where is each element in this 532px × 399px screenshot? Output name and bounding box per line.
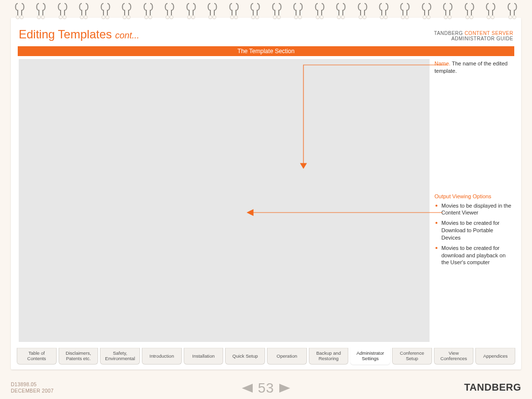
spiral-ring-icon [100,2,110,19]
svg-point-26 [295,16,298,19]
spiral-ring-icon [486,2,496,19]
svg-point-46 [508,16,512,19]
svg-point-35 [384,16,387,19]
tab-appendices[interactable]: Appendices [475,348,515,365]
tab-view-conferences[interactable]: ViewConferences [434,348,474,365]
spiral-ring-icon [465,2,474,19]
spiral-ring-icon [507,2,517,19]
svg-point-22 [252,16,255,19]
spiral-ring-icon [443,2,453,19]
list-item: Movies to be displayed in the Content Vi… [434,202,513,217]
svg-point-34 [380,16,383,19]
annotation-ovo-list: Movies to be displayed in the Content Vi… [434,202,513,267]
header-meta: TANDBERG CONTENT SERVER ADMINISTRATOR GU… [434,31,513,41]
spiral-ring-icon [186,2,196,19]
svg-point-21 [234,16,237,19]
tab-table-of-contents[interactable]: Table ofContents [17,348,57,365]
svg-point-6 [80,16,84,19]
footer-paginator: 53 [0,380,532,396]
svg-point-13 [148,16,152,19]
svg-point-11 [127,16,131,19]
spiral-ring-icon [250,2,260,19]
tab-backup-and-restoring[interactable]: Backup andRestoring [309,348,349,365]
brand-a: TANDBERG [434,31,463,36]
page-number: 53 [258,380,274,396]
svg-point-12 [144,16,148,19]
callout-arrow-name [299,59,447,172]
svg-point-28 [316,16,319,19]
svg-point-27 [299,16,302,19]
svg-point-41 [448,16,452,19]
brand-logo: TANDBERG [464,382,521,393]
svg-point-30 [337,16,341,19]
svg-point-17 [191,16,195,19]
svg-point-47 [512,16,516,19]
svg-point-9 [105,16,109,19]
annotation-ovo-label: Output Viewing Options [434,193,513,200]
svg-point-39 [427,16,430,19]
svg-point-16 [187,16,191,19]
subtitle: ADMINISTRATOR GUIDE [451,36,513,41]
tab-administrator-settings[interactable]: AdministratorSettings [350,348,390,365]
tab-conference-setup[interactable]: ConferenceSetup [392,348,432,365]
svg-point-44 [487,16,491,19]
page-title: Editing Templates cont... [19,28,139,41]
svg-point-1 [20,16,24,19]
spiral-ring-icon [165,2,174,19]
svg-point-38 [423,16,426,19]
spiral-ring-icon [36,2,46,19]
section-bar: The Template Section [18,46,514,56]
next-page-icon[interactable] [279,384,290,393]
spiral-ring-icon [79,2,89,19]
list-item: Movies to be created for download and pl… [434,245,513,267]
svg-point-0 [16,16,20,19]
svg-point-24 [273,16,276,19]
svg-point-42 [466,16,469,19]
callout-arrow-ovo [245,207,442,221]
tab-safety-environmental[interactable]: Safety,Environmental [100,348,140,365]
annotation-ovo: Output Viewing Options Movies to be disp… [434,193,513,267]
tab-introduction[interactable]: Introduction [142,348,182,365]
content-row: Name. The name of the edited template. O… [19,59,513,342]
svg-point-14 [166,16,169,19]
spiral-ring-icon [143,2,153,19]
title-main: Editing Templates [19,28,115,41]
spiral-ring-icon [207,2,217,19]
svg-point-32 [359,16,362,19]
svg-point-5 [63,16,66,19]
svg-point-15 [170,16,173,19]
svg-point-23 [256,16,259,19]
svg-point-25 [277,16,280,19]
spiral-ring-icon [400,2,410,19]
tab-quick-setup[interactable]: Quick Setup [225,348,265,365]
svg-point-33 [363,16,366,19]
svg-point-19 [213,16,216,19]
svg-point-36 [401,16,405,19]
svg-point-8 [101,16,105,19]
svg-point-3 [41,16,45,19]
svg-point-18 [209,16,212,19]
spiral-ring-icon [293,2,303,19]
svg-point-37 [405,16,409,19]
spiral-binding [15,2,517,21]
spiral-ring-icon [358,2,367,19]
nav-tabs: Table ofContentsDisclaimers,Patents etc.… [17,348,515,365]
spiral-ring-icon [122,2,132,19]
svg-point-31 [341,16,345,19]
spiral-ring-icon [229,2,239,19]
svg-point-40 [444,16,448,19]
prev-page-icon[interactable] [242,384,253,393]
spiral-ring-icon [336,2,346,19]
tab-installation[interactable]: Installation [184,348,224,365]
svg-point-10 [123,16,127,19]
list-item: Movies to be created for Download to Por… [434,219,513,242]
svg-point-7 [84,16,88,19]
svg-point-29 [320,16,323,19]
tab-operation[interactable]: Operation [267,348,307,365]
tab-disclaimers-patents-etc[interactable]: Disclaimers,Patents etc. [59,348,99,365]
spiral-ring-icon [315,2,325,19]
spiral-ring-icon [272,2,282,19]
document-page: Editing Templates cont... TANDBERG CONTE… [11,18,521,369]
svg-point-45 [491,16,495,19]
svg-point-43 [469,16,473,19]
